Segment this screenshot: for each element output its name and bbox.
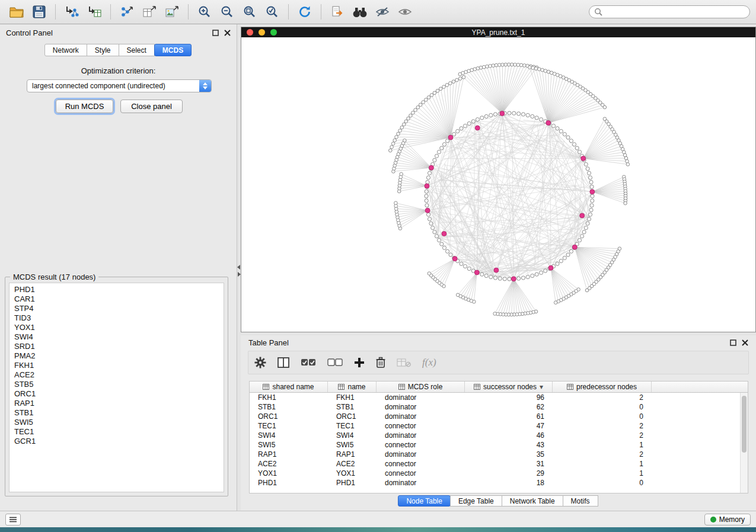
close-panel-button[interactable]: Close panel bbox=[120, 100, 183, 113]
table-cell: 0 bbox=[553, 479, 652, 487]
mcds-result-node[interactable]: PHD1 bbox=[9, 285, 224, 294]
mcds-result-node[interactable]: GCR1 bbox=[9, 437, 224, 446]
table-cell: STB1 bbox=[328, 403, 377, 411]
column-header-successor-nodes[interactable]: successor nodes▾ bbox=[465, 382, 553, 392]
zoom-out-button[interactable] bbox=[216, 2, 238, 21]
mcds-result-node[interactable]: STB1 bbox=[9, 408, 224, 418]
desktop-wallpaper bbox=[0, 527, 756, 532]
search-network-button[interactable] bbox=[349, 2, 371, 21]
import-table-disabled-button bbox=[397, 354, 411, 371]
table-row[interactable]: ACE2ACE2connector311 bbox=[250, 459, 748, 469]
close-table-panel-icon[interactable] bbox=[742, 339, 748, 346]
open-file-button[interactable] bbox=[6, 2, 27, 21]
zoom-in-button[interactable] bbox=[194, 2, 215, 21]
table-row[interactable]: ORC1ORC1dominator610 bbox=[250, 412, 748, 421]
table-cell: PHD1 bbox=[328, 479, 377, 487]
mcds-result-node[interactable]: CAR1 bbox=[9, 294, 224, 304]
tab-network-table[interactable]: Network Table bbox=[502, 495, 563, 507]
mcds-result-node[interactable]: SWI4 bbox=[9, 332, 224, 342]
node-table-body: FKH1FKH1dominator962STB1STB1dominator620… bbox=[250, 393, 748, 488]
zoom-fit-button[interactable] bbox=[239, 2, 260, 21]
tab-node-table[interactable]: Node Table bbox=[398, 495, 451, 507]
clone-network-button[interactable] bbox=[327, 2, 348, 21]
mcds-result-node[interactable]: STP4 bbox=[9, 304, 224, 313]
tab-network[interactable]: Network bbox=[44, 44, 87, 56]
mcds-result-node[interactable]: SWI5 bbox=[9, 418, 224, 427]
float-panel-icon[interactable] bbox=[212, 30, 219, 36]
export-image-icon bbox=[165, 5, 179, 18]
table-settings-button[interactable] bbox=[254, 354, 266, 371]
table-cell: connector bbox=[377, 469, 465, 477]
mcds-result-title: MCDS result (17 nodes) bbox=[10, 273, 98, 281]
add-column-button[interactable] bbox=[354, 354, 365, 371]
tab-edge-table[interactable]: Edge Table bbox=[450, 495, 502, 507]
optimization-criterion-select[interactable]: largest connected component (undirected) bbox=[27, 79, 212, 92]
table-row[interactable]: YOX1YOX1connector291 bbox=[250, 469, 748, 478]
mcds-result-node[interactable]: TID3 bbox=[9, 313, 224, 323]
column-header-shared-name[interactable]: shared name bbox=[250, 382, 328, 392]
column-header-predecessor-nodes[interactable]: predecessor nodes bbox=[553, 382, 652, 392]
table-row[interactable]: SWI4SWI4dominator462 bbox=[250, 431, 748, 440]
mcds-result-node[interactable]: STB5 bbox=[9, 380, 224, 389]
column-header-name[interactable]: name bbox=[328, 382, 377, 392]
float-table-panel-icon[interactable] bbox=[730, 339, 736, 346]
mcds-result-node[interactable]: SRD1 bbox=[9, 342, 224, 351]
save-session-button[interactable] bbox=[28, 2, 50, 21]
column-header-label: shared name bbox=[272, 383, 314, 391]
show-button[interactable] bbox=[394, 2, 416, 21]
minimize-window-icon[interactable] bbox=[259, 29, 265, 36]
export-image-button[interactable] bbox=[161, 2, 183, 21]
table-row[interactable]: TEC1TEC1connector472 bbox=[250, 421, 748, 431]
mcds-result-node[interactable]: FKH1 bbox=[9, 361, 224, 370]
show-columns-button[interactable] bbox=[277, 354, 289, 371]
tab-select[interactable]: Select bbox=[119, 44, 155, 56]
mcds-result-node[interactable]: PMA2 bbox=[9, 351, 224, 361]
mcds-result-node[interactable]: ACE2 bbox=[9, 370, 224, 380]
close-window-icon[interactable] bbox=[247, 29, 253, 36]
memory-button[interactable]: Memory bbox=[704, 514, 751, 525]
table-cell: 62 bbox=[465, 403, 553, 411]
mcds-result-node[interactable]: YOX1 bbox=[9, 323, 224, 332]
collapse-left-icon[interactable] bbox=[237, 265, 240, 270]
zoom-selected-button[interactable] bbox=[261, 2, 283, 21]
close-panel-icon[interactable] bbox=[224, 30, 231, 36]
header-filler bbox=[652, 382, 748, 392]
search-input[interactable] bbox=[605, 8, 745, 16]
table-cell: 18 bbox=[465, 479, 553, 487]
maximize-window-icon[interactable] bbox=[270, 29, 277, 36]
network-window-titlebar[interactable]: YPA_prune.txt_1 bbox=[241, 27, 755, 37]
control-panel-header: Control Panel bbox=[0, 24, 237, 41]
mcds-result-node[interactable]: ORC1 bbox=[9, 389, 224, 399]
import-network-button[interactable] bbox=[61, 2, 82, 21]
tab-style[interactable]: Style bbox=[87, 44, 119, 56]
mcds-result-node[interactable]: TEC1 bbox=[9, 427, 224, 437]
table-scrollbar[interactable] bbox=[740, 393, 748, 493]
tab-mcds[interactable]: MCDS bbox=[154, 44, 192, 56]
table-row[interactable]: FKH1FKH1dominator962 bbox=[250, 393, 748, 402]
table-scrollbar-thumb[interactable] bbox=[742, 396, 747, 453]
hide-button[interactable] bbox=[372, 2, 393, 21]
search-field[interactable] bbox=[589, 5, 750, 18]
tab-motifs[interactable]: Motifs bbox=[563, 495, 598, 507]
table-row[interactable]: SWI5SWI5connector431 bbox=[250, 440, 748, 450]
run-mcds-button[interactable]: Run MCDS bbox=[56, 100, 113, 113]
import-table-button[interactable] bbox=[84, 2, 105, 21]
column-type-icon bbox=[263, 384, 269, 390]
table-row[interactable]: RAP1RAP1dominator352 bbox=[250, 450, 748, 459]
export-network-button[interactable] bbox=[116, 2, 138, 21]
mcds-result-list[interactable]: PHD1CAR1STP4TID3YOX1SWI4SRD1PMA2FKH1ACE2… bbox=[9, 283, 224, 492]
delete-column-button[interactable] bbox=[376, 354, 385, 371]
search-icon bbox=[594, 8, 602, 16]
network-canvas[interactable] bbox=[241, 37, 755, 332]
select-all-columns-button[interactable] bbox=[301, 354, 316, 371]
table-row[interactable]: STB1STB1dominator620 bbox=[250, 402, 748, 412]
deselect-all-columns-button[interactable] bbox=[327, 354, 343, 371]
refresh-icon bbox=[298, 5, 312, 18]
zoom-fit-icon bbox=[243, 5, 256, 18]
column-header-mcds-role[interactable]: MCDS role bbox=[377, 382, 465, 392]
refresh-button[interactable] bbox=[294, 2, 315, 21]
table-row[interactable]: PHD1PHD1dominator180 bbox=[250, 478, 748, 488]
status-menu-button[interactable] bbox=[5, 514, 21, 525]
mcds-result-node[interactable]: RAP1 bbox=[9, 399, 224, 408]
export-table-button[interactable] bbox=[139, 2, 160, 21]
